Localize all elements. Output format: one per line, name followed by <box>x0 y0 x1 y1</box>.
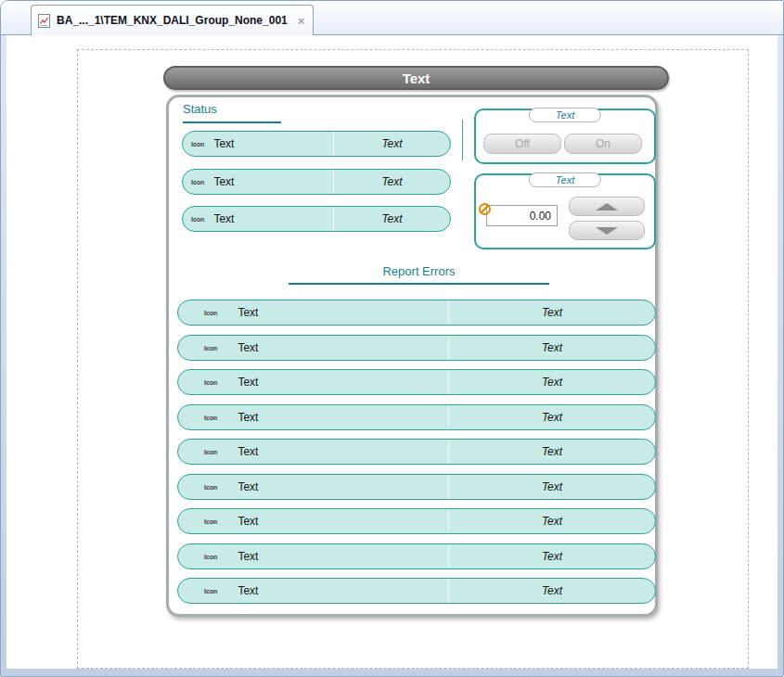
report-row-left: Icon Text <box>178 579 449 603</box>
report-row-label: Text <box>238 550 258 563</box>
report-row-label: Text <box>238 376 258 389</box>
report-row-label: Text <box>238 480 258 493</box>
triangle-down-icon <box>596 227 618 235</box>
report-row-left: Icon Text <box>178 544 449 568</box>
off-button[interactable]: Off <box>483 134 561 154</box>
icon-placeholder: Icon <box>191 179 204 185</box>
report-row-label: Text <box>238 445 258 458</box>
icon-placeholder: Icon <box>204 449 217 455</box>
report-row-left: Icon Text <box>178 405 449 429</box>
report-row-left: Icon Text <box>178 336 449 360</box>
tab-close-icon[interactable]: × <box>298 14 305 28</box>
report-row-value: Text <box>449 341 655 354</box>
report-row[interactable]: Icon Text Text <box>177 404 656 430</box>
decrement-button[interactable] <box>569 221 645 240</box>
icon-placeholder: Icon <box>204 310 217 316</box>
icon-placeholder: Icon <box>191 141 204 147</box>
report-row-left: Icon Text <box>178 509 449 533</box>
report-row[interactable]: Icon Text Text <box>177 474 656 500</box>
report-row-label: Text <box>238 341 258 354</box>
value-field[interactable]: 0.00 <box>486 205 558 226</box>
report-row[interactable]: Icon Text Text <box>177 508 656 534</box>
status-row[interactable]: Icon Text Text <box>182 169 451 195</box>
report-row-value: Text <box>449 550 655 563</box>
status-row-label: Text <box>213 212 234 225</box>
status-row-value: Text <box>334 175 450 188</box>
report-row-left: Icon Text <box>178 440 449 464</box>
icon-placeholder: Icon <box>191 216 204 223</box>
report-row-label: Text <box>238 584 258 597</box>
report-row[interactable]: Icon Text Text <box>177 543 656 569</box>
icon-placeholder: Icon <box>204 554 217 560</box>
switch-group[interactable]: Text Off On <box>474 109 656 164</box>
report-row[interactable]: Icon Text Text <box>177 335 656 361</box>
document-tab[interactable]: BA_..._1\TEM_KNX_DALI_Group_None_001 × <box>31 5 314 35</box>
value-group[interactable]: Text 0.00 <box>474 173 656 249</box>
report-row[interactable]: Icon Text Text <box>177 578 656 604</box>
status-section-title: Status <box>183 102 281 123</box>
report-row[interactable]: Icon Text Text <box>177 439 656 465</box>
report-row-left: Icon Text <box>178 370 449 394</box>
triangle-up-icon <box>596 203 618 211</box>
status-row-label: Text <box>213 137 234 150</box>
report-row-left: Icon Text <box>178 475 449 499</box>
value-group-label: Text <box>529 172 601 187</box>
status-row-value: Text <box>334 137 450 150</box>
report-row-label: Text <box>238 306 258 319</box>
tab-title: BA_..._1\TEM_KNX_DALI_Group_None_001 <box>57 14 288 27</box>
report-row-value: Text <box>449 480 655 493</box>
increment-button[interactable] <box>569 197 645 216</box>
forbidden-icon <box>479 203 491 215</box>
icon-placeholder: Icon <box>204 415 217 421</box>
on-button[interactable]: On <box>564 134 642 154</box>
icon-placeholder: Icon <box>204 518 217 525</box>
icon-placeholder: Icon <box>204 484 217 491</box>
icon-placeholder: Icon <box>204 345 217 351</box>
report-section-title: Report Errors <box>289 264 549 285</box>
report-row-label: Text <box>238 411 258 424</box>
app-window: BA_..._1\TEM_KNX_DALI_Group_None_001 × T… <box>0 0 784 677</box>
switch-group-label: Text <box>529 108 601 122</box>
icon-placeholder: Icon <box>204 588 217 594</box>
status-row[interactable]: Icon Text Text <box>182 131 451 157</box>
report-row[interactable]: Icon Text Text <box>177 300 656 326</box>
status-row-left: Icon Text <box>183 170 334 194</box>
status-row-value: Text <box>334 212 450 225</box>
icon-placeholder: Icon <box>204 379 217 386</box>
report-row-value: Text <box>449 411 655 424</box>
status-row-left: Icon Text <box>183 207 334 231</box>
report-row-value: Text <box>449 445 655 458</box>
status-row-left: Icon Text <box>183 132 334 156</box>
header-title: Text <box>403 70 431 86</box>
status-row[interactable]: Icon Text Text <box>182 206 451 232</box>
report-row-value: Text <box>449 306 655 319</box>
divider <box>462 120 463 160</box>
document-icon <box>38 14 50 28</box>
design-canvas: Text Status Icon Text Text Icon Text Tex… <box>6 35 778 669</box>
tab-strip: BA_..._1\TEM_KNX_DALI_Group_None_001 × <box>1 1 783 35</box>
main-panel[interactable]: Status Icon Text Text Icon Text Text Ico… <box>166 95 658 617</box>
report-row-label: Text <box>238 515 258 528</box>
report-row-value: Text <box>449 584 655 597</box>
header-widget[interactable]: Text <box>163 66 669 90</box>
report-row[interactable]: Icon Text Text <box>177 369 656 395</box>
report-row-value: Text <box>449 376 655 389</box>
report-row-value: Text <box>449 515 655 528</box>
report-row-left: Icon Text <box>178 300 449 325</box>
status-row-label: Text <box>213 175 234 188</box>
